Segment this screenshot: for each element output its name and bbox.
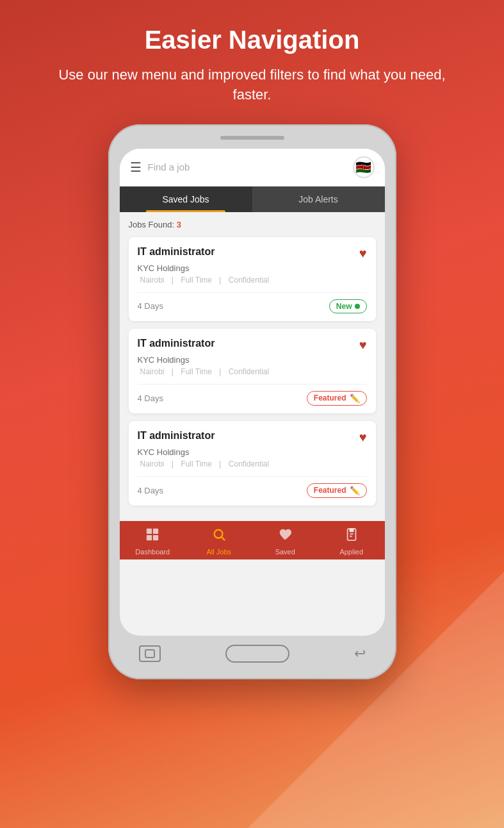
jobs-found-text: Jobs Found: 3 <box>129 220 376 229</box>
job-card-2[interactable]: IT administrator ♥ KYC Holdings Nairobi … <box>129 329 376 413</box>
job-title-2: IT administrator <box>138 338 215 349</box>
phone-screen: ☰ Find a job 🇰🇪 Saved Jobs Job Alerts Jo… <box>120 149 385 636</box>
clipboard-icon <box>345 527 359 545</box>
bottom-nav: Dashboard All Jobs Saved <box>120 521 385 559</box>
nav-applied[interactable]: Applied <box>318 527 385 556</box>
svg-rect-2 <box>147 535 152 540</box>
svg-rect-1 <box>153 528 158 533</box>
phone-notch <box>220 136 284 140</box>
svg-point-4 <box>214 529 222 538</box>
phone-back-button[interactable]: ↩ <box>354 645 366 662</box>
featured-icon-2: ✏️ <box>350 393 360 403</box>
job-days-3: 4 Days <box>138 486 163 495</box>
nav-dashboard-label: Dashboard <box>135 548 170 556</box>
tab-saved-jobs[interactable]: Saved Jobs <box>120 186 252 212</box>
heart-nav-icon <box>278 527 292 545</box>
search-icon <box>212 527 226 545</box>
job-meta-3: Nairobi | Full Time | Confidential <box>138 460 367 468</box>
job-footer-2: 4 Days Featured ✏️ <box>138 384 367 406</box>
page-subtitle: Use our new menu and improved filters to… <box>38 65 466 105</box>
tab-job-alerts[interactable]: Job Alerts <box>252 186 385 212</box>
badge-featured-2: Featured ✏️ <box>307 391 367 406</box>
jobs-found-count: 3 <box>177 220 181 229</box>
new-dot-icon <box>355 304 360 309</box>
job-days-2: 4 Days <box>138 393 163 403</box>
save-job-1-button[interactable]: ♥ <box>359 246 367 261</box>
app-tabs: Saved Jobs Job Alerts <box>120 186 385 212</box>
hamburger-icon[interactable]: ☰ <box>130 160 142 175</box>
job-footer-1: 4 Days New <box>138 292 367 313</box>
job-card-1[interactable]: IT administrator ♥ KYC Holdings Nairobi … <box>129 237 376 321</box>
jobs-area: Jobs Found: 3 IT administrator ♥ KYC Hol… <box>120 212 385 521</box>
save-job-2-button[interactable]: ♥ <box>359 338 367 352</box>
job-footer-3: 4 Days Featured ✏️ <box>138 476 367 498</box>
svg-rect-7 <box>145 650 154 658</box>
job-company-3: KYC Holdings <box>138 447 367 457</box>
nav-all-jobs[interactable]: All Jobs <box>186 527 252 556</box>
job-card-2-header: IT administrator ♥ <box>138 338 367 352</box>
svg-rect-0 <box>147 528 152 533</box>
badge-featured-3: Featured ✏️ <box>307 483 367 498</box>
page-header: Easier Navigation Use our new menu and i… <box>0 0 504 124</box>
page-title: Easier Navigation <box>38 26 466 54</box>
job-company-1: KYC Holdings <box>138 263 367 273</box>
dashboard-icon <box>145 527 159 545</box>
badge-new-1: New <box>329 299 367 313</box>
phone-bottom-bar: ↩ <box>120 636 385 668</box>
flag-button[interactable]: 🇰🇪 <box>353 156 375 178</box>
job-days-1: 4 Days <box>138 301 163 311</box>
search-input-placeholder[interactable]: Find a job <box>148 161 346 172</box>
nav-saved-label: Saved <box>275 548 295 556</box>
flag-emoji: 🇰🇪 <box>355 160 371 175</box>
nav-applied-label: Applied <box>339 548 363 556</box>
phone-frame: ☰ Find a job 🇰🇪 Saved Jobs Job Alerts Jo… <box>108 124 396 679</box>
job-company-2: KYC Holdings <box>138 355 367 365</box>
featured-icon-3: ✏️ <box>350 486 360 495</box>
nav-dashboard[interactable]: Dashboard <box>120 527 186 556</box>
phone-square-button[interactable] <box>139 645 161 662</box>
nav-saved[interactable]: Saved <box>252 527 319 556</box>
phone-home-button[interactable] <box>225 645 289 663</box>
save-job-3-button[interactable]: ♥ <box>359 430 367 445</box>
job-card-1-header: IT administrator ♥ <box>138 246 367 261</box>
svg-rect-3 <box>153 535 158 540</box>
job-card-3[interactable]: IT administrator ♥ KYC Holdings Nairobi … <box>129 421 376 506</box>
nav-all-jobs-label: All Jobs <box>206 548 231 556</box>
job-title-3: IT administrator <box>138 430 215 442</box>
job-card-3-header: IT administrator ♥ <box>138 430 367 445</box>
job-meta-1: Nairobi | Full Time | Confidential <box>138 276 367 285</box>
job-title-1: IT administrator <box>138 246 215 258</box>
svg-line-5 <box>222 537 225 540</box>
job-meta-2: Nairobi | Full Time | Confidential <box>138 367 367 376</box>
app-header: ☰ Find a job 🇰🇪 <box>120 149 385 186</box>
